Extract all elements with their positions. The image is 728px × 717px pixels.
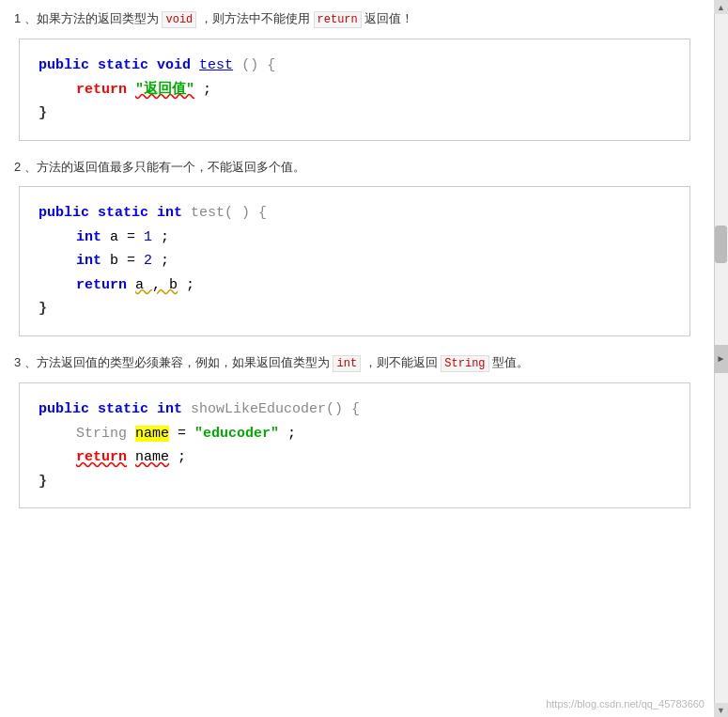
code-line-3-4: } — [39, 470, 671, 494]
fn-paren-1: () { — [241, 57, 275, 73]
return-name-squiggle: name — [135, 449, 169, 465]
section-1-text: 1 、如果方法的返回类型为 void ，则方法中不能使用 return 返回值！ — [14, 9, 695, 29]
kw-return-1: return — [76, 82, 127, 98]
code-line-3-3: return name ; — [39, 445, 671, 470]
inline-code-string: String — [441, 355, 488, 372]
kw-void: void — [157, 57, 191, 73]
section-1: 1 、如果方法的返回类型为 void ，则方法中不能使用 return 返回值！… — [14, 9, 695, 141]
section-3-label-3: 型值。 — [492, 355, 529, 369]
highlight-name: name — [135, 426, 169, 442]
inline-code-void: void — [162, 11, 196, 28]
close-brace-1: } — [39, 105, 47, 121]
inline-code-int: int — [333, 355, 361, 372]
code-line-2-5: } — [39, 297, 671, 321]
section-1-text-mid: ，则方法中不能使用 — [200, 11, 314, 25]
page-container: 1 、如果方法的返回类型为 void ，则方法中不能使用 return 返回值！… — [0, 0, 709, 539]
scroll-down-arrow[interactable]: ▼ — [714, 703, 728, 717]
inline-code-return: return — [314, 11, 362, 28]
fn-test-2: test( ) { — [191, 205, 267, 221]
return-multi-val: a , b — [135, 277, 178, 293]
section-3-label-2: ，则不能返回 — [364, 355, 441, 369]
code-line-3-1: public static int showLikeEducoder() { — [39, 397, 671, 422]
scroll-up-arrow[interactable]: ▲ — [714, 0, 728, 14]
str-educoder: "educoder" — [194, 426, 279, 442]
kw-return-3: return — [76, 449, 127, 465]
section-3-label-1: 、方法返回值的类型必须兼容，例如，如果返回值类型为 — [24, 355, 333, 369]
section-2-number: 2 — [14, 160, 21, 174]
section-3-text: 3 、方法返回值的类型必须兼容，例如，如果返回值类型为 int ，则不能返回 S… — [14, 353, 695, 373]
code-box-1: public static void test () { return "返回值… — [19, 39, 690, 141]
scrollbar-track: ▲ ► ▼ — [714, 0, 728, 717]
code-line-2-3: int b = 2 ; — [39, 249, 671, 273]
kw-static: static — [98, 57, 148, 73]
section-1-number: 1 — [14, 11, 21, 25]
section-3-number: 3 — [14, 355, 21, 369]
section-2-label: 、方法的返回值最多只能有一个，不能返回多个值。 — [24, 160, 305, 174]
close-brace-2: } — [39, 301, 47, 317]
code-line-2-4: return a , b ; — [39, 273, 671, 298]
close-brace-3: } — [39, 474, 47, 490]
section-2: 2 、方法的返回值最多只能有一个，不能返回多个值。 public static … — [14, 158, 695, 336]
section-3: 3 、方法返回值的类型必须兼容，例如，如果返回值类型为 int ，则不能返回 S… — [14, 353, 695, 508]
str-return-val: "返回值" — [135, 82, 194, 98]
kw-public: public — [39, 57, 89, 73]
code-box-2: public static int test( ) { int a = 1 ; … — [19, 186, 690, 336]
code-box-3: public static int showLikeEducoder() { S… — [19, 382, 690, 508]
fn-test-1: test — [199, 57, 233, 73]
code-line-2-1: public static int test( ) { — [39, 201, 671, 226]
section-2-text: 2 、方法的返回值最多只能有一个，不能返回多个值。 — [14, 158, 695, 178]
code-line-1-2: return "返回值" ; — [39, 78, 671, 102]
section-1-text-end: 返回值！ — [364, 11, 413, 25]
fn-showlike: showLikeEducoder() { — [191, 401, 360, 417]
section-1-label: 、如果方法的返回类型为 — [24, 11, 163, 25]
code-line-1-1: public static void test () { — [39, 54, 671, 78]
code-line-1-3: } — [39, 101, 671, 126]
code-line-3-2: String name = "educoder" ; — [39, 422, 671, 446]
watermark: https://blog.csdn.net/qq_45783660 — [546, 698, 705, 709]
scroll-side-arrow[interactable]: ► — [714, 345, 728, 373]
scrollbar-thumb[interactable] — [715, 226, 727, 263]
code-line-2-2: int a = 1 ; — [39, 226, 671, 250]
